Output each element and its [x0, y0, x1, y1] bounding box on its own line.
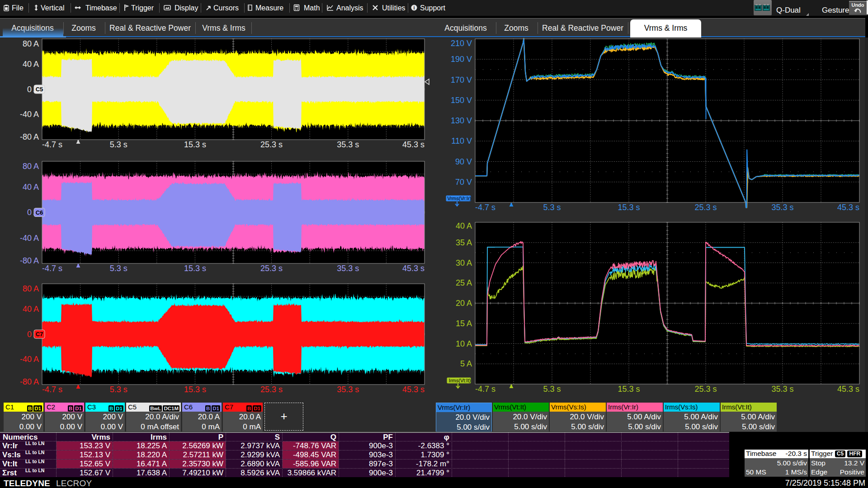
svg-text:-40 A: -40 A — [20, 355, 39, 364]
svg-text:80 A: 80 A — [23, 284, 39, 293]
svg-text:35 A: 35 A — [456, 238, 472, 247]
svg-text:25.3 s: 25.3 s — [260, 264, 283, 273]
svg-text:45.3 s: 45.3 s — [402, 140, 425, 149]
svg-text:-80 A: -80 A — [20, 377, 39, 386]
svg-text:110 V: 110 V — [451, 136, 472, 145]
svg-text:40 A: 40 A — [23, 183, 39, 192]
svg-text:15.3 s: 15.3 s — [184, 264, 206, 273]
svg-text:45.3 s: 45.3 s — [402, 385, 425, 394]
svg-text:-40 A: -40 A — [20, 110, 39, 119]
svg-text:35.3 s: 35.3 s — [337, 264, 359, 273]
svg-text:-4.7 s: -4.7 s — [42, 385, 62, 394]
svg-text:i: i — [413, 5, 415, 10]
svg-text:40 A: 40 A — [456, 221, 472, 230]
svg-text:40 A: 40 A — [23, 60, 39, 69]
svg-text:5.3 s: 5.3 s — [110, 264, 127, 273]
svg-text:-80 A: -80 A — [20, 132, 39, 141]
svg-text:45.3 s: 45.3 s — [837, 385, 859, 394]
svg-text:-4.7 s: -4.7 s — [475, 203, 495, 212]
svg-text:190 V: 190 V — [451, 55, 472, 64]
svg-text:-4.7 s: -4.7 s — [42, 140, 62, 149]
svg-text:35.3 s: 35.3 s — [771, 385, 793, 394]
svg-text:80 A: 80 A — [23, 162, 39, 171]
svg-text:Irms(Vt:It): Irms(Vt:It) — [449, 378, 471, 383]
svg-text:35.3 s: 35.3 s — [337, 140, 359, 149]
svg-text:5.3 s: 5.3 s — [110, 140, 127, 149]
svg-text:80 A: 80 A — [23, 39, 39, 48]
svg-text:5.3 s: 5.3 s — [543, 203, 561, 212]
svg-text:-4.7 s: -4.7 s — [42, 264, 62, 273]
svg-text:40 A: 40 A — [23, 305, 39, 314]
svg-text:15 A: 15 A — [456, 319, 472, 328]
svg-text:70 V: 70 V — [455, 178, 472, 187]
svg-text:210 V: 210 V — [451, 39, 472, 48]
svg-text:170 V: 170 V — [451, 75, 472, 84]
svg-text:90 V: 90 V — [455, 157, 472, 166]
svg-text:5.3 s: 5.3 s — [110, 385, 127, 394]
svg-text:25.3 s: 25.3 s — [694, 203, 717, 212]
svg-text:150 V: 150 V — [451, 96, 472, 105]
svg-text:-40 A: -40 A — [20, 234, 39, 243]
svg-text:15.3 s: 15.3 s — [184, 140, 206, 149]
svg-text:25.3 s: 25.3 s — [694, 385, 717, 394]
svg-text:C6: C6 — [36, 209, 43, 216]
svg-text:30 A: 30 A — [456, 258, 472, 267]
svg-text:20 A: 20 A — [456, 299, 472, 308]
svg-text:-4.7 s: -4.7 s — [475, 385, 495, 394]
svg-text:15.3 s: 15.3 s — [184, 385, 206, 394]
svg-text:45.3 s: 45.3 s — [402, 264, 425, 273]
svg-text:10 A: 10 A — [456, 339, 472, 348]
svg-text:45.3 s: 45.3 s — [837, 203, 859, 212]
svg-text:5 A: 5 A — [460, 359, 472, 368]
svg-text:15.3 s: 15.3 s — [618, 385, 640, 394]
svg-text:C7: C7 — [36, 331, 43, 338]
svg-text:15.3 s: 15.3 s — [618, 203, 640, 212]
svg-text:25.3 s: 25.3 s — [260, 140, 283, 149]
svg-text:5.3 s: 5.3 s — [543, 385, 561, 394]
svg-text:35.3 s: 35.3 s — [771, 203, 793, 212]
svg-text:-80 A: -80 A — [20, 256, 39, 265]
svg-text:25.3 s: 25.3 s — [260, 385, 283, 394]
svg-text:35.3 s: 35.3 s — [337, 385, 359, 394]
svg-text:25 A: 25 A — [456, 278, 472, 287]
svg-text:C5: C5 — [36, 86, 43, 93]
svg-text:Vrms(Vr:Ir): Vrms(Vr:Ir) — [448, 196, 472, 201]
svg-text:130 V: 130 V — [451, 116, 472, 125]
